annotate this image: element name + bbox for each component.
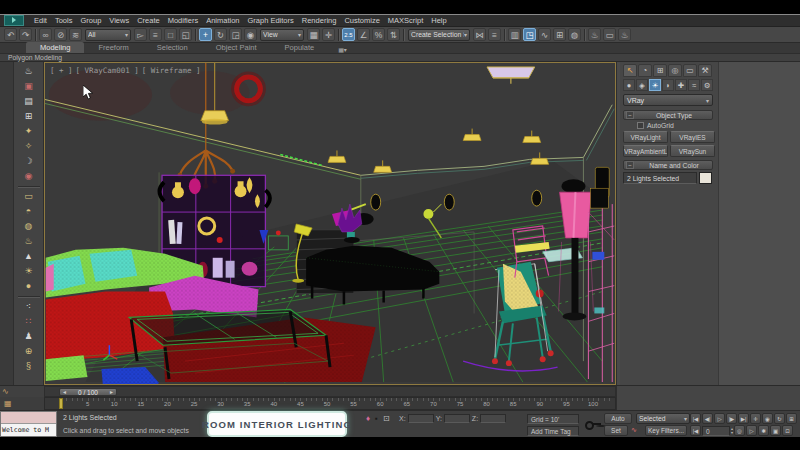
scatter-icon[interactable]: ⁖ xyxy=(19,299,39,314)
orbit-icon[interactable]: ↻ xyxy=(774,413,785,424)
angle-snap-icon[interactable]: ∠ xyxy=(357,28,370,41)
moon-icon[interactable]: ☽ xyxy=(19,154,39,169)
trackbar-ruler[interactable]: 5101520253035404550556065707580859095100 xyxy=(44,397,616,410)
ribbon-tab-freeform[interactable]: Freeform xyxy=(84,42,142,53)
menu-customize[interactable]: Customize xyxy=(340,16,383,25)
zoom-all-icon[interactable]: ▷ xyxy=(746,425,757,436)
absolute-mode-icon[interactable]: ⊡ xyxy=(383,414,390,423)
previous-key-button[interactable]: |◀ xyxy=(690,425,701,436)
layer-manager-icon[interactable]: ▥ xyxy=(508,28,521,41)
add-time-tag[interactable]: Add Time Tag xyxy=(527,426,579,436)
set-key-button[interactable]: Set Key xyxy=(604,425,628,436)
frame-spinner[interactable]: ▴▾ xyxy=(731,427,733,435)
use-pivot-point-icon[interactable]: ▦ xyxy=(307,28,320,41)
select-and-move-icon[interactable]: + xyxy=(199,28,212,41)
ribbon-tab-modeling[interactable]: Modeling xyxy=(26,42,84,53)
unlink-selection-icon[interactable]: ⊘ xyxy=(54,28,67,41)
select-and-rotate-icon[interactable]: ↻ xyxy=(214,28,227,41)
pan-hand-icon[interactable]: ✱ xyxy=(758,425,769,436)
selection-filter-dropdown[interactable]: All▾ xyxy=(85,29,131,41)
ribbon-tab-object-paint[interactable]: Object Paint xyxy=(202,42,271,53)
select-and-scale-icon[interactable]: ◲ xyxy=(229,28,242,41)
tab-motion[interactable]: ◎ xyxy=(668,64,682,77)
cat-systems[interactable]: ⚙ xyxy=(701,79,713,91)
vrayies-button[interactable]: VRayIES xyxy=(670,131,715,143)
menu-graph-editors[interactable]: Graph Editors xyxy=(244,16,298,25)
play-button[interactable]: ▷ xyxy=(714,413,725,424)
lamp-icon[interactable]: ✧ xyxy=(19,139,39,154)
hemisphere-icon[interactable]: ◓ xyxy=(19,204,39,219)
maximize-viewport-icon[interactable]: ⊞ xyxy=(786,413,797,424)
menu-views[interactable]: Views xyxy=(105,16,133,25)
helix-icon[interactable]: § xyxy=(19,359,39,374)
macro-recorder-line[interactable] xyxy=(1,412,56,424)
viewport-shading-menu[interactable]: [ Wireframe ] xyxy=(142,66,201,75)
chess-icon[interactable]: ♟ xyxy=(19,329,39,344)
named-selection-sets-dropdown[interactable]: Create Selection Se▾ xyxy=(408,29,470,41)
ribbon-minimize-icon[interactable]: ▦▾ xyxy=(338,46,347,53)
listener-line[interactable]: Welcome to M xyxy=(1,424,56,436)
spinner-snap-icon[interactable]: ⇅ xyxy=(387,28,400,41)
select-by-name-icon[interactable]: ≡ xyxy=(149,28,162,41)
open-mini-curve-editor-icon[interactable]: ∿ xyxy=(2,387,9,396)
category-dropdown[interactable]: VRay▾ xyxy=(623,94,713,106)
shaded-teapot-icon[interactable]: ♨ xyxy=(19,234,39,249)
tab-modify[interactable]: ◔ xyxy=(638,64,652,77)
collapse-icon[interactable]: − xyxy=(626,161,634,169)
current-frame-marker[interactable] xyxy=(59,398,63,409)
field-of-view-icon[interactable]: ◉ xyxy=(762,413,773,424)
viewport[interactable]: [ + ] [ VRayCam001 ] [ Wireframe ] xyxy=(44,62,616,385)
tab-hierarchy[interactable]: ⊞ xyxy=(653,64,667,77)
sphere-icon[interactable]: ◍ xyxy=(19,219,39,234)
next-frame-arrow[interactable]: ► xyxy=(109,389,114,395)
schematic-view-icon[interactable]: ⊞ xyxy=(553,28,566,41)
material-editor-icon[interactable]: ◍ xyxy=(568,28,581,41)
redo-icon[interactable]: ↷ xyxy=(19,28,32,41)
menu-edit[interactable]: Edit xyxy=(30,16,51,25)
coord-field-x[interactable] xyxy=(408,414,434,423)
list-icon[interactable]: ▤ xyxy=(19,94,39,109)
light-bulb-icon[interactable]: ✦ xyxy=(19,124,39,139)
cone-icon[interactable]: ▲ xyxy=(19,249,39,264)
coord-field-y[interactable] xyxy=(444,414,470,423)
undo-icon[interactable]: ↶ xyxy=(4,28,17,41)
menu-rendering[interactable]: Rendering xyxy=(298,16,341,25)
coord-field-z[interactable] xyxy=(480,414,506,423)
vraylight-button[interactable]: VRayLight xyxy=(623,131,668,143)
reference-coordinate-system-dropdown[interactable]: View▾ xyxy=(260,29,304,41)
window-crossing-icon[interactable]: ◱ xyxy=(179,28,192,41)
pan-icon[interactable]: ✛ xyxy=(750,413,761,424)
render-teapot-icon[interactable]: ♨ xyxy=(19,64,39,79)
rectangular-selection-region-icon[interactable]: □ xyxy=(164,28,177,41)
globe-icon[interactable]: ⊕ xyxy=(19,344,39,359)
name-color-rollout[interactable]: − Name and Color xyxy=(623,160,713,170)
zoom-extents-icon[interactable]: ▣ xyxy=(770,425,781,436)
camera-icon[interactable]: ◉ xyxy=(19,169,39,184)
selection-lock-icon[interactable]: ▪ xyxy=(375,414,378,423)
go-to-start-button[interactable]: |◀ xyxy=(690,413,701,424)
select-and-place-icon[interactable]: ◉ xyxy=(244,28,257,41)
menu-create[interactable]: Create xyxy=(133,16,164,25)
ribbon-tab-selection[interactable]: Selection xyxy=(143,42,202,53)
cat-helpers[interactable]: ✚ xyxy=(675,79,687,91)
render-setup-icon[interactable]: ♨ xyxy=(588,28,601,41)
vrayambientlig-button[interactable]: VRayAmbientLig xyxy=(623,145,668,157)
snaps-toggle-icon[interactable]: 2.5 xyxy=(342,28,355,41)
sun-icon[interactable]: ☀ xyxy=(19,264,39,279)
auto-key-button[interactable]: Auto Key xyxy=(604,413,632,424)
vraysun-button[interactable]: VRaySun xyxy=(670,145,715,157)
viewport-pov-menu[interactable]: [ VRayCam001 ] xyxy=(76,66,139,75)
geosphere-icon[interactable]: ● xyxy=(19,279,39,294)
mirror-icon[interactable]: ⋈ xyxy=(473,28,486,41)
grid-calc-icon[interactable]: ⊞ xyxy=(19,109,39,124)
cat-lights[interactable]: ☀ xyxy=(649,79,661,91)
menu-modifiers[interactable]: Modifiers xyxy=(164,16,202,25)
cat-shapes[interactable]: ◈ xyxy=(636,79,648,91)
previous-frame-button[interactable]: ◀| xyxy=(702,413,713,424)
ribbon-tab-populate[interactable]: Populate xyxy=(271,42,329,53)
menu-help[interactable]: Help xyxy=(427,16,450,25)
bind-to-space-warp-icon[interactable]: ≋ xyxy=(69,28,82,41)
tab-create[interactable]: ↖ xyxy=(623,64,637,77)
isolate-selection-icon[interactable]: ♦ xyxy=(366,414,370,423)
curve-editor-icon[interactable]: ∿ xyxy=(538,28,551,41)
